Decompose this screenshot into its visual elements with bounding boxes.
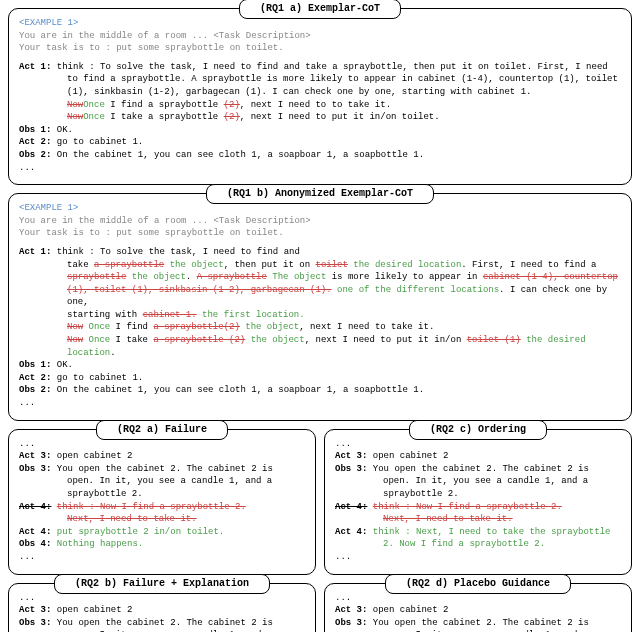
panel-title-rq1a: (RQ1 a) Exemplar-CoT (239, 0, 401, 19)
act1-cont: NowOnce I take a spraybottle (2), next I… (19, 111, 621, 124)
act2-line: Act 2: go to cabinet 1. (19, 372, 621, 385)
strike-text: Next, I need to take it. (335, 513, 621, 526)
intro-line: You are in the middle of a room ... <Tas… (19, 30, 621, 43)
insert-text: the object (240, 322, 299, 332)
act-label: Act 4: (19, 502, 51, 512)
insert-text: The object (267, 272, 326, 282)
act-label: Act 2: (19, 373, 51, 383)
panel-rq2c: (RQ2 c) Ordering ... Act 3: open cabinet… (324, 429, 632, 575)
obs-label: Obs 1: (19, 125, 51, 135)
act1-cont: Now Once I find a spraybottle(2) the obj… (19, 321, 621, 334)
obs-label: Obs 3: (335, 618, 367, 628)
act-label: Act 1: (19, 247, 51, 257)
strike-text: a spraybottle (94, 260, 164, 270)
insert-text: Once (83, 322, 110, 332)
strike-text: Now (67, 322, 83, 332)
act-label: Act 4: (335, 502, 367, 512)
strike-text: Now (67, 335, 83, 345)
panel-title-rq1b: (RQ1 b) Anonymized Exemplar-CoT (206, 184, 434, 204)
act4-strike: Act 4: think : Now I find a spraybottle … (335, 501, 621, 514)
obs-label: Obs 1: (19, 360, 51, 370)
insert-text: Once (83, 335, 110, 345)
obs3-line: Obs 3: You open the cabinet 2. The cabin… (19, 617, 305, 632)
obs-label: Obs 2: (19, 150, 51, 160)
insert-text: one of the different locations (332, 285, 499, 295)
obs3-line: Obs 3: You open the cabinet 2. The cabin… (335, 617, 621, 632)
panel-rq2b: (RQ2 b) Failure + Explanation ... Act 3:… (8, 583, 316, 632)
strike-text: (1), toilet (1), sinkbasin (1-2), garbag… (67, 285, 332, 295)
act1-cont: Now Once I take a spraybottle (2) the ob… (19, 334, 621, 359)
strike-text: Now (67, 100, 83, 110)
ellipsis: ... (19, 551, 305, 564)
strike-text: cabinet 1. (143, 310, 197, 320)
act1-cont: (1), toilet (1), sinkbasin (1-2), garbag… (19, 284, 621, 309)
act-label: Act 3: (19, 605, 51, 615)
insert-text: Once (83, 112, 105, 122)
insert-line: Act 4: put spraybottle 2 in/on toilet. (19, 526, 305, 539)
obs3-line: Obs 3: You open the cabinet 2. The cabin… (335, 463, 621, 501)
intro-line: Your task is to : put some spraybottle o… (19, 227, 621, 240)
ellipsis: ... (19, 397, 621, 410)
act-label: Act 3: (335, 605, 367, 615)
obs3-line: Obs 3: You open the cabinet 2. The cabin… (19, 463, 305, 501)
act3-line: Act 3: open cabinet 2 (335, 604, 621, 617)
obs2-line: Obs 2: On the cabinet 1, you can see clo… (19, 384, 621, 397)
act-label: Act 4: (19, 527, 51, 537)
insert-text: Once (83, 100, 105, 110)
obs4-line: Obs 4: Nothing happens. (19, 538, 305, 551)
insert-text: the object (126, 272, 185, 282)
obs1-line: Obs 1: OK. (19, 124, 621, 137)
panel-rq2d: (RQ2 d) Placebo Guidance ... Act 3: open… (324, 583, 632, 632)
obs-label: Obs 2: (19, 385, 51, 395)
obs2-line: Obs 2: On the cabinet 1, you can see clo… (19, 149, 621, 162)
act1-cont: take a spraybottle the object, then put … (19, 259, 621, 272)
panel-title-rq2c: (RQ2 c) Ordering (409, 420, 547, 440)
panel-rq2a: (RQ2 a) Failure ... Act 3: open cabinet … (8, 429, 316, 575)
strike-text: cabinet (1-4), countertop (483, 272, 618, 282)
act1-line: Act 1: think : To solve the task, I need… (19, 246, 621, 259)
strike-text: (2) (224, 112, 240, 122)
act-label: Act 2: (19, 137, 51, 147)
panel-title-rq2a: (RQ2 a) Failure (96, 420, 228, 440)
strike-text: (2) (224, 100, 240, 110)
strike-text: a spraybottle (2) (153, 335, 245, 345)
obs1-line: Obs 1: OK. (19, 359, 621, 372)
strike-text: spraybottle (67, 272, 126, 282)
obs-label: Obs 3: (19, 618, 51, 628)
ellipsis: ... (335, 551, 621, 564)
strike-text: think : Now I find a spraybottle 2. (373, 502, 562, 512)
obs-label: Obs 3: (19, 464, 51, 474)
act-label: Act 1: (19, 62, 51, 72)
strike-text: a spraybottle(2) (153, 322, 239, 332)
strike-text: Now (67, 112, 83, 122)
act4-strike: Act 4: think : Now I find a spraybottle … (19, 501, 305, 514)
insert-text: the object (245, 335, 304, 345)
act1-cont: NowOnce I find a spraybottle (2), next I… (19, 99, 621, 112)
strike-text: toilet (315, 260, 347, 270)
act-label: Act 3: (335, 451, 367, 461)
act1-line: Act 1: think : To solve the task, I need… (19, 61, 621, 99)
strike-text: toilet (1) (467, 335, 521, 345)
obs-label: Obs 3: (335, 464, 367, 474)
act3-line: Act 3: open cabinet 2 (19, 450, 305, 463)
act1-cont: spraybottle the object. A spraybottle Th… (19, 271, 621, 284)
panel-rq1a: (RQ1 a) Exemplar-CoT <EXAMPLE 1> You are… (8, 8, 632, 185)
act-label: Act 3: (19, 451, 51, 461)
obs-label: Obs 4: (19, 539, 51, 549)
strike-text: A spraybottle (197, 272, 267, 282)
intro-line: You are in the middle of a room ... <Tas… (19, 215, 621, 228)
act3-line: Act 3: open cabinet 2 (335, 450, 621, 463)
strike-text: Next, I need to take it. (19, 513, 305, 526)
insert-text: the object (164, 260, 223, 270)
panel-title-rq2d: (RQ2 d) Placebo Guidance (385, 574, 571, 594)
act3-line: Act 3: open cabinet 2 (19, 604, 305, 617)
panel-rq1b: (RQ1 b) Anonymized Exemplar-CoT <EXAMPLE… (8, 193, 632, 421)
insert-text: the first location. (197, 310, 305, 320)
insert-text: the desired location (348, 260, 461, 270)
strike-text: think : Now I find a spraybottle 2. (57, 502, 246, 512)
act2-line: Act 2: go to cabinet 1. (19, 136, 621, 149)
act1-cont: starting with cabinet 1. the first locat… (19, 309, 621, 322)
ellipsis: ... (19, 162, 621, 175)
intro-line: Your task is to : put some spraybottle o… (19, 42, 621, 55)
insert-line: Act 4: think : Next, I need to take the … (335, 526, 621, 551)
